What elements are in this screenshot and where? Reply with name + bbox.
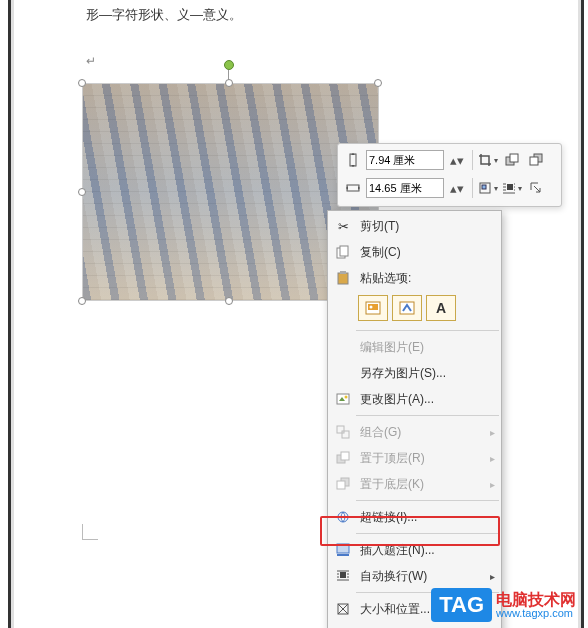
document-text-line: 形—字符形状、义—意义。 [86,6,242,24]
menu-bring-to-front: 置于顶层(R) [328,445,501,471]
margin-corner-mark [82,524,98,540]
width-input[interactable] [366,178,444,198]
svg-rect-22 [341,452,349,460]
menu-change-picture[interactable]: 更改图片(A)... [328,386,501,412]
svg-rect-26 [337,544,349,553]
svg-point-18 [345,396,348,399]
copy-icon [332,242,354,262]
width-icon [342,177,364,199]
cut-icon: ✂ [332,216,354,236]
watermark-cn: 电脑技术网 [496,592,576,608]
paste-options-row: A [328,291,501,327]
menu-separator [356,533,499,534]
svg-rect-0 [350,154,356,166]
send-backward-icon[interactable] [525,149,547,171]
menu-insert-caption[interactable]: 插入题注(N)... [328,537,501,563]
size-icon [332,599,354,619]
svg-rect-10 [340,246,348,256]
svg-rect-20 [342,431,349,438]
wrap-icon [332,566,354,586]
resize-handle-bottom-mid[interactable] [225,297,233,305]
svg-rect-4 [530,157,538,165]
paragraph-mark: ↵ [86,54,96,68]
bring-forward-icon[interactable] [501,149,523,171]
svg-rect-7 [482,185,486,189]
menu-separator [356,330,499,331]
resize-handle-mid-left[interactable] [78,188,86,196]
menu-send-to-back: 置于底层(K) [328,471,501,497]
blank-icon [332,363,354,383]
svg-rect-12 [340,271,346,274]
resize-handle-top-left[interactable] [78,79,86,87]
change-picture-icon [332,389,354,409]
svg-rect-27 [337,554,349,556]
menu-wrap-text[interactable]: 自动换行(W) [328,563,501,589]
svg-rect-8 [507,184,513,190]
svg-rect-11 [338,273,348,284]
caption-icon [332,540,354,560]
menu-edit-picture: 编辑图片(E) [328,334,501,360]
svg-rect-24 [337,481,345,489]
picture-mini-toolbar: ▴▾ ▴▾ [337,143,562,207]
spinner-icon[interactable]: ▴▾ [446,149,468,171]
resize-handle-top-right[interactable] [374,79,382,87]
svg-rect-28 [340,572,346,578]
menu-paste-options-header: 粘贴选项: [328,265,501,291]
group-icon [332,422,354,442]
svg-rect-2 [510,154,518,162]
watermark-url: www.tagxp.com [496,608,576,619]
menu-separator [356,500,499,501]
resize-handle-top-mid[interactable] [225,79,233,87]
position-button[interactable] [477,177,499,199]
height-input[interactable] [366,150,444,170]
bring-front-icon [332,448,354,468]
blank-icon [332,337,354,357]
spinner-icon-2[interactable]: ▴▾ [446,177,468,199]
menu-format-picture[interactable]: 设置图片格式... [328,622,501,628]
height-icon [342,149,364,171]
svg-rect-5 [347,185,359,191]
menu-cut[interactable]: ✂ 剪切(T) [328,213,501,239]
resize-handle-bottom-left[interactable] [78,297,86,305]
svg-rect-19 [337,426,344,433]
paste-option-text-only[interactable]: A [426,295,456,321]
crop-button[interactable] [477,149,499,171]
send-back-icon [332,474,354,494]
hyperlink-icon [332,507,354,527]
paste-option-picture[interactable] [358,295,388,321]
clipboard-icon [332,268,354,288]
menu-copy[interactable]: 复制(C) [328,239,501,265]
watermark-tag: TAG [431,588,492,622]
menu-hyperlink[interactable]: 超链接(I)... [328,504,501,530]
context-menu: ✂ 剪切(T) 复制(C) 粘贴选项: A 编辑图片(E) 另存为图片(S)..… [327,210,502,628]
menu-separator [356,415,499,416]
menu-group: 组合(G) [328,419,501,445]
paste-option-keep-source[interactable] [392,295,422,321]
dialog-launcher-icon[interactable] [525,177,547,199]
menu-save-as-picture[interactable]: 另存为图片(S)... [328,360,501,386]
rotation-handle[interactable] [224,60,234,70]
svg-point-15 [370,306,373,309]
wrap-text-button[interactable] [501,177,523,199]
watermark: TAG 电脑技术网 www.tagxp.com [431,588,576,622]
